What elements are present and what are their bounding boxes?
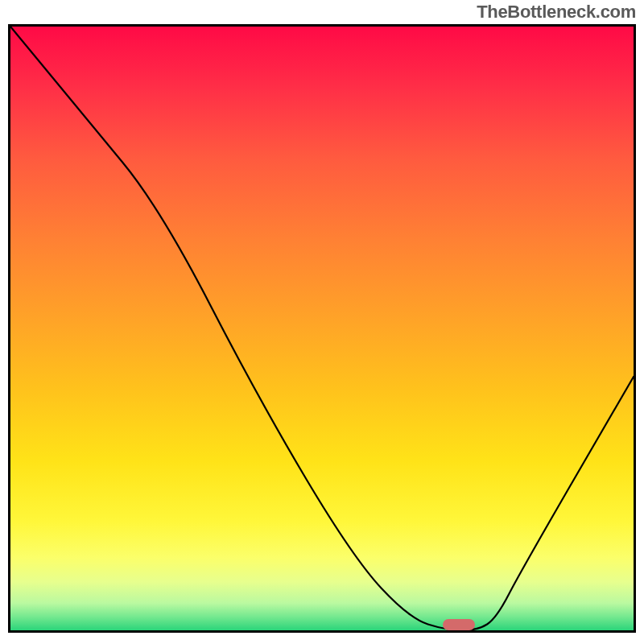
watermark-label: TheBottleneck.com: [477, 2, 636, 23]
optimal-marker: [443, 619, 475, 630]
chart-container: TheBottleneck.com: [0, 0, 644, 644]
plot-area: [8, 24, 636, 633]
bottleneck-curve: [10, 27, 634, 630]
